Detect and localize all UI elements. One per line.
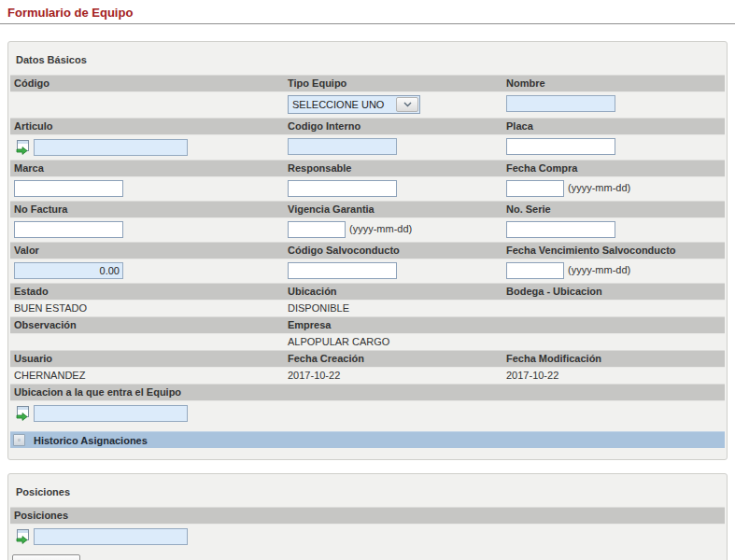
title-divider [0, 23, 735, 24]
no-factura-cell [10, 218, 284, 242]
header-row: Posiciones [10, 507, 725, 525]
articulo-input[interactable] [34, 139, 188, 156]
value-row: (yyyy-mm-dd) [10, 218, 725, 242]
header-row: Observación Empresa [10, 316, 725, 334]
nombre-cell [502, 92, 725, 118]
value-row [10, 525, 725, 549]
fecha-compra-input[interactable] [506, 180, 564, 197]
value-row: BUEN ESTADO DISPONIBLE [10, 301, 725, 316]
fecha-compra-format-hint: (yyyy-mm-dd) [568, 182, 630, 193]
lookup-arrow-icon [15, 528, 31, 544]
posiciones-panel: Posiciones Posiciones Adiccionar [7, 473, 728, 560]
articulo-cell [10, 135, 284, 160]
chevron-down-icon[interactable] [396, 97, 418, 112]
datos-basicos-panel: Datos Básicos Código Tipo Equipo Nombre … [7, 41, 728, 460]
valor-label: Valor [10, 243, 284, 259]
adiccionar-button[interactable]: Adiccionar [12, 554, 80, 560]
lookup-arrow-icon [15, 405, 31, 421]
valor-input[interactable] [14, 262, 123, 279]
estado-label: Estado [10, 284, 284, 300]
fecha-venc-salvoconducto-label: Fecha Vencimiento Salvoconducto [502, 243, 725, 259]
historico-asignaciones-label: Historico Asignaciones [34, 435, 148, 446]
fecha-venc-format-hint: (yyyy-mm-dd) [568, 264, 630, 275]
tipo-equipo-select[interactable]: SELECCIONE UNO [288, 95, 420, 114]
ubicacion-label: Ubicación [284, 284, 502, 300]
value-row [10, 135, 725, 160]
fecha-venc-salvoconducto-cell: (yyyy-mm-dd) [502, 259, 725, 283]
value-row: (yyyy-mm-dd) [10, 177, 725, 201]
vigencia-garantia-format-hint: (yyyy-mm-dd) [349, 223, 412, 234]
value-row: SELECCIONE UNO [10, 92, 725, 118]
marca-input[interactable] [14, 180, 123, 197]
codigo-interno-cell [284, 135, 502, 160]
tipo-equipo-selected-value: SELECCIONE UNO [289, 96, 395, 113]
value-row: (yyyy-mm-dd) [10, 259, 725, 283]
posiciones-lookup-button[interactable] [14, 527, 32, 545]
value-row: ALPOPULAR CARGO [10, 334, 725, 350]
header-row: Articulo Codigo Interno Placa [10, 118, 725, 135]
tipo-equipo-cell: SELECCIONE UNO [284, 92, 502, 118]
empty-header-cell [502, 317, 725, 333]
observacion-value [10, 334, 284, 350]
header-row: Valor Código Salvoconducto Fecha Vencimi… [10, 242, 725, 259]
historico-asignaciones-bar[interactable]: ▫ Historico Asignaciones [10, 431, 725, 448]
responsable-label: Responsable [284, 161, 502, 176]
empresa-value: ALPOPULAR CARGO [284, 334, 502, 350]
ubicacion-value: DISPONIBLE [284, 301, 502, 316]
codigo-label: Código [10, 76, 284, 91]
header-row: Código Tipo Equipo Nombre [10, 75, 725, 92]
placa-cell [502, 135, 725, 160]
no-serie-input[interactable] [506, 221, 615, 238]
header-row: No Factura Vigencia Garantia No. Serie [10, 201, 725, 218]
value-row [10, 401, 725, 426]
responsable-cell [284, 177, 502, 201]
posiciones-heading: Posiciones [10, 476, 725, 507]
no-factura-input[interactable] [14, 221, 123, 238]
bodega-ubicacion-value [502, 301, 725, 316]
responsable-input[interactable] [288, 180, 397, 197]
header-row: Ubicacion a la que entra el Equipo [10, 384, 725, 401]
page-title: Formulario de Equipo [0, 0, 735, 23]
articulo-lookup-button[interactable] [14, 138, 32, 156]
fecha-creacion-label: Fecha Creación [284, 351, 502, 367]
ubicacion-entra-lookup-button[interactable] [14, 404, 32, 422]
header-row: Usuario Fecha Creación Fecha Modificació… [10, 350, 725, 368]
tipo-equipo-label: Tipo Equipo [284, 76, 502, 91]
placa-label: Placa [502, 119, 725, 134]
datos-basicos-heading: Datos Básicos [10, 44, 725, 75]
fecha-creacion-value: 2017-10-22 [284, 368, 502, 384]
posiciones-input[interactable] [34, 528, 188, 545]
ubicacion-entra-label: Ubicacion a la que entra el Equipo [10, 385, 725, 400]
empty-value-cell [502, 334, 725, 350]
usuario-value: CHERNANDEZ [10, 368, 284, 384]
ubicacion-entra-input[interactable] [34, 405, 188, 422]
marca-label: Marca [10, 161, 284, 176]
bodega-ubicacion-label: Bodega - Ubicacion [502, 284, 725, 300]
observacion-label: Observación [10, 317, 284, 333]
articulo-label: Articulo [10, 119, 284, 134]
empresa-label: Empresa [284, 317, 502, 333]
vigencia-garantia-cell: (yyyy-mm-dd) [284, 218, 502, 242]
fecha-venc-salvoconducto-input[interactable] [506, 262, 564, 279]
fecha-modificacion-label: Fecha Modificación [502, 351, 725, 367]
codigo-interno-input[interactable] [288, 138, 397, 155]
nombre-label: Nombre [502, 76, 725, 91]
nombre-input[interactable] [506, 95, 615, 112]
placa-input[interactable] [506, 138, 615, 155]
fecha-compra-cell: (yyyy-mm-dd) [502, 177, 725, 201]
lookup-arrow-icon [15, 139, 31, 155]
posiciones-cell [10, 525, 725, 549]
fecha-modificacion-value: 2017-10-22 [502, 368, 725, 384]
vigencia-garantia-input[interactable] [288, 221, 346, 238]
codigo-value-cell [10, 92, 284, 118]
codigo-salvoconducto-label: Código Salvoconducto [284, 243, 502, 259]
codigo-salvoconducto-input[interactable] [288, 262, 397, 279]
marca-cell [10, 177, 284, 201]
expand-toggle-icon[interactable]: ▫ [13, 434, 25, 446]
no-serie-cell [502, 218, 725, 242]
usuario-label: Usuario [10, 351, 284, 367]
header-row: Marca Responsable Fecha Compra [10, 160, 725, 177]
ubicacion-entra-cell [10, 401, 725, 426]
no-serie-label: No. Serie [502, 202, 725, 217]
no-factura-label: No Factura [10, 202, 284, 217]
